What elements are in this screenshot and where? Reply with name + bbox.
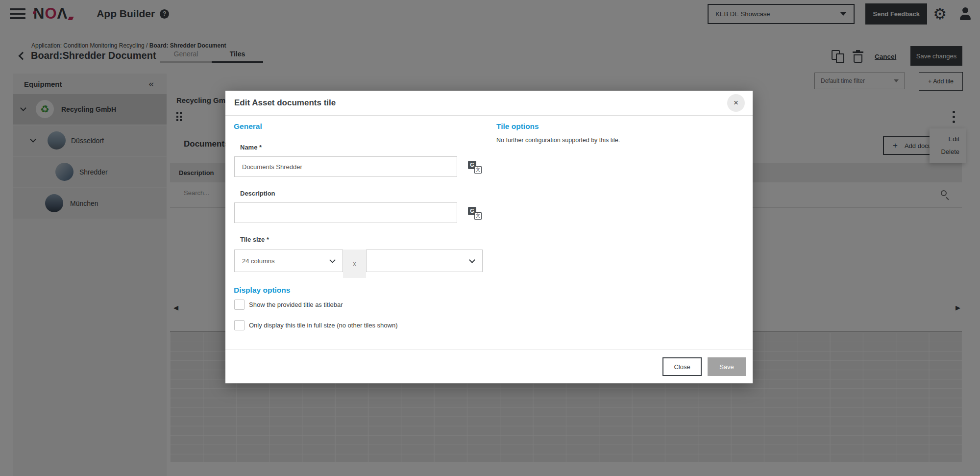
tile-size-label: Tile size * (240, 236, 269, 243)
translate-icon[interactable]: G 文 (468, 207, 482, 220)
close-icon[interactable]: × (727, 94, 745, 112)
chevron-down-icon (329, 257, 336, 263)
modal-title: Edit Asset documents tile (234, 98, 336, 108)
translate-icon[interactable]: G 文 (468, 161, 482, 174)
name-field[interactable] (234, 156, 457, 177)
show-title-checkbox[interactable] (234, 300, 245, 310)
full-size-checkbox[interactable] (234, 320, 245, 330)
general-heading: General (234, 122, 262, 131)
modal-footer: Close Save (225, 350, 753, 383)
size-separator: x (343, 250, 366, 278)
screen: NOΛ App Builder ? KEB DE Showcase Send F… (0, 0, 980, 476)
chevron-down-icon (469, 257, 475, 263)
close-button[interactable]: Close (662, 357, 702, 376)
display-options-heading: Display options (234, 286, 290, 295)
show-title-label: Show the provided title as titlebar (249, 301, 343, 308)
modal-header: Edit Asset documents tile × (225, 91, 753, 116)
name-label: Name * (240, 144, 262, 151)
tile-options-text: No further configuration supported by th… (496, 137, 620, 144)
save-button[interactable]: Save (708, 357, 746, 376)
full-size-label: Only display this tile in full size (no … (249, 322, 397, 329)
tile-height-select[interactable] (366, 250, 483, 272)
edit-tile-modal: Edit Asset documents tile × General Name… (225, 91, 753, 383)
description-label: Description (240, 190, 275, 197)
description-field[interactable] (234, 202, 457, 223)
tile-options-heading: Tile options (496, 122, 539, 131)
tile-width-select[interactable]: 24 columns (234, 250, 343, 272)
